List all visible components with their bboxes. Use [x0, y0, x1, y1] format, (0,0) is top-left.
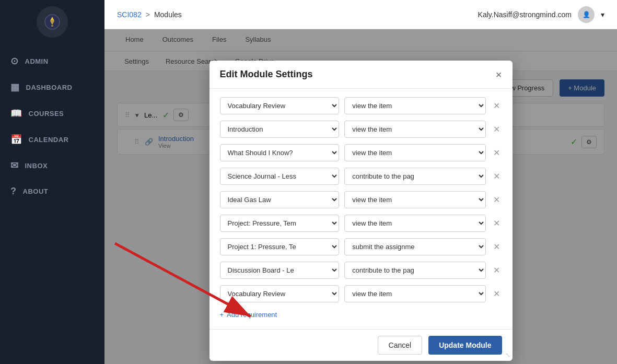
item-select-2[interactable]: What Should I Know? [220, 144, 340, 161]
item-select-6[interactable]: Project 1: Pressure, Te [220, 238, 340, 255]
remove-req-4-button[interactable]: ✕ [491, 194, 502, 206]
user-menu-chevron[interactable]: ▾ [601, 10, 604, 19]
main-area: SCI082 > Modules Kaly.Nasiff@strongmind.… [104, 0, 617, 364]
requirement-row: Discussion Board - Le contribute to the … [220, 262, 502, 279]
avatar[interactable]: 👤 [578, 6, 595, 23]
breadcrumb-current: Modules [154, 10, 182, 19]
modal-body: Vocabulary Review view the item ✕ Introd… [209, 89, 513, 329]
remove-req-6-button[interactable]: ✕ [491, 241, 502, 253]
remove-req-7-button[interactable]: ✕ [491, 264, 502, 277]
admin-icon: ⊙ [10, 55, 19, 67]
requirement-row: Science Journal - Less contribute to the… [220, 168, 502, 185]
remove-req-8-button[interactable]: ✕ [491, 288, 502, 300]
action-select-7[interactable]: contribute to the pag [344, 262, 485, 279]
remove-req-1-button[interactable]: ✕ [491, 123, 502, 136]
action-select-6[interactable]: submit the assignme [344, 238, 485, 255]
modal-overlay: Edit Module Settings × Vocabulary Review… [104, 29, 617, 364]
item-select-4[interactable]: Ideal Gas Law [220, 191, 340, 208]
item-select-0[interactable]: Vocabulary Review [220, 97, 340, 114]
remove-req-3-button[interactable]: ✕ [491, 170, 502, 183]
sidebar-item-calendar[interactable]: 📅 CALENDAR [0, 126, 104, 152]
topbar-right: Kaly.Nasiff@strongmind.com 👤 ▾ [478, 6, 604, 23]
requirement-row: Project 1: Pressure, Te submit the assig… [220, 238, 502, 255]
topbar: SCI082 > Modules Kaly.Nasiff@strongmind.… [104, 0, 617, 29]
content-area: Home Outcomes Files Syllabus Settings Re… [104, 29, 617, 364]
sidebar-item-about[interactable]: ? ABOUT [0, 179, 104, 204]
inbox-icon: ✉ [10, 160, 19, 171]
breadcrumb-separator: > [146, 10, 150, 19]
calendar-icon: 📅 [10, 134, 22, 145]
dashboard-icon: ▦ [10, 81, 20, 93]
requirement-row: Vocabulary Review view the item ✕ [220, 285, 502, 302]
remove-req-2-button[interactable]: ✕ [491, 147, 502, 159]
item-select-8[interactable]: Vocabulary Review [220, 285, 340, 302]
action-select-4[interactable]: view the item [344, 191, 485, 208]
action-select-3[interactable]: contribute to the pag [344, 168, 485, 185]
item-select-7[interactable]: Discussion Board - Le [220, 262, 340, 279]
sidebar-item-dashboard[interactable]: ▦ DASHBOARD [0, 74, 104, 100]
user-email: Kaly.Nasiff@strongmind.com [478, 10, 572, 19]
action-select-0[interactable]: view the item [344, 97, 485, 114]
cancel-button[interactable]: Cancel [378, 336, 423, 355]
update-module-button[interactable]: Update Module [428, 336, 502, 355]
app-logo [37, 6, 68, 38]
add-requirement-button[interactable]: + Add requirement [220, 309, 277, 321]
plus-icon: + [220, 311, 224, 319]
resize-handle[interactable]: ⤡ [505, 351, 510, 359]
item-select-5[interactable]: Project: Pressure, Tem [220, 215, 340, 232]
action-select-1[interactable]: view the item [344, 121, 485, 138]
svg-rect-1 [51, 25, 53, 27]
sidebar-item-admin[interactable]: ⊙ ADMIN [0, 48, 104, 74]
action-select-8[interactable]: view the item [344, 285, 485, 302]
action-select-2[interactable]: view the item [344, 144, 485, 161]
breadcrumb-course-link[interactable]: SCI082 [117, 10, 142, 19]
sidebar: ⊙ ADMIN ▦ DASHBOARD 📖 COURSES 📅 CALENDAR… [0, 0, 104, 364]
about-icon: ? [10, 186, 17, 197]
requirement-row: Introduction view the item ✕ [220, 121, 502, 138]
requirement-row: Vocabulary Review view the item ✕ [220, 97, 502, 114]
item-select-1[interactable]: Introduction [220, 121, 340, 138]
requirement-row: Project: Pressure, Tem view the item ✕ [220, 215, 502, 232]
courses-icon: 📖 [10, 108, 22, 119]
modal-header: Edit Module Settings × [209, 61, 513, 89]
requirement-row: What Should I Know? view the item ✕ [220, 144, 502, 161]
edit-module-modal: Edit Module Settings × Vocabulary Review… [209, 61, 513, 361]
remove-req-0-button[interactable]: ✕ [491, 100, 502, 112]
sidebar-item-inbox[interactable]: ✉ INBOX [0, 152, 104, 179]
action-select-5[interactable]: view the item [344, 215, 485, 232]
modal-footer: Cancel Update Module [209, 329, 513, 361]
remove-req-5-button[interactable]: ✕ [491, 217, 502, 230]
breadcrumb: SCI082 > Modules [117, 10, 182, 19]
item-select-3[interactable]: Science Journal - Less [220, 168, 340, 185]
requirement-row: Ideal Gas Law view the item ✕ [220, 191, 502, 208]
modal-title: Edit Module Settings [220, 69, 313, 80]
modal-close-button[interactable]: × [496, 69, 502, 80]
sidebar-item-courses[interactable]: 📖 COURSES [0, 100, 104, 126]
